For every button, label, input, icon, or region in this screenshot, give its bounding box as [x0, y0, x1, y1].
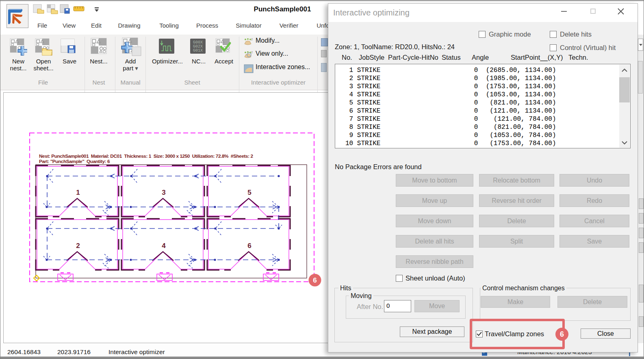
svg-text:Part: "PunchSample" Quantity:: Part: "PunchSample" Quantity: 6: [39, 159, 110, 164]
svg-text:4: 4: [162, 242, 166, 250]
svg-text:2: 2: [251, 38, 253, 41]
svg-text:2: 2: [251, 51, 253, 54]
svg-text:3: 3: [162, 189, 165, 196]
svg-text:5: 5: [247, 189, 251, 196]
svg-text:Nest: PunchSample001 Material: Nest: PunchSample001 Material: DC01 Thic…: [39, 153, 254, 159]
svg-text:2: 2: [76, 242, 80, 250]
svg-text:G01X: G01X: [193, 48, 203, 53]
svg-text:6: 6: [247, 242, 251, 250]
svg-text:1: 1: [76, 189, 80, 196]
svg-text:6: 6: [313, 276, 317, 284]
